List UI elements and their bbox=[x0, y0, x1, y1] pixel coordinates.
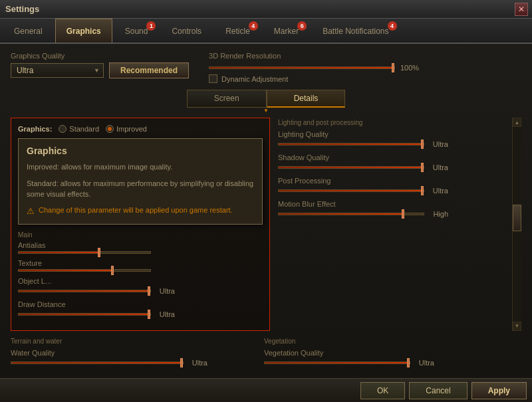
lighting-quality-label: Lighting Quality bbox=[278, 130, 509, 138]
dynamic-adj-row: Dynamic Adjustment bbox=[209, 74, 521, 83]
content-area: Graphics Quality Ultra Recommended 3D Re… bbox=[0, 44, 532, 378]
left-panel: Graphics: Standard Improved Graphics Imp… bbox=[11, 118, 270, 331]
main-content: Graphics: Standard Improved Graphics Imp… bbox=[11, 118, 521, 331]
sound-badge: 1 bbox=[146, 21, 156, 31]
tab-reticle[interactable]: Reticle 4 bbox=[214, 19, 261, 43]
terrain-right: Vegetation Vegetation Quality Ultra bbox=[264, 338, 521, 367]
sub-tab-indicator: ▼ bbox=[11, 108, 521, 114]
object-lod-value: Ultra bbox=[155, 287, 175, 295]
vegetation-label: Vegetation bbox=[264, 338, 509, 345]
motion-blur-row: Motion Blur Effect High bbox=[278, 200, 509, 218]
tooltip-text1: Improved: allows for maximum image quali… bbox=[27, 161, 254, 173]
graphics-mode-label: Graphics: bbox=[18, 125, 52, 133]
dynamic-adj-label: Dynamic Adjustment bbox=[221, 75, 288, 83]
tooltip-warning: ⚠ Change of this parameter will be appli… bbox=[27, 205, 254, 217]
shadow-quality-slider[interactable] bbox=[278, 166, 424, 169]
shadow-quality-row: Shadow Quality Ultra bbox=[278, 153, 509, 171]
tooltip-title: Graphics bbox=[27, 146, 254, 156]
texture-label: Texture bbox=[18, 259, 263, 267]
terrain-left: Terrain and water Water Quality Ultra bbox=[11, 338, 256, 367]
warning-icon: ⚠ bbox=[27, 205, 35, 217]
scrollbar-thumb[interactable] bbox=[513, 205, 521, 231]
quality-label: Graphics Quality bbox=[11, 52, 189, 60]
close-button[interactable]: ✕ bbox=[515, 3, 528, 16]
object-lod-row: Object L... Ultra bbox=[18, 277, 263, 295]
antialias-slider[interactable] bbox=[18, 251, 151, 254]
render-slider-track[interactable] bbox=[209, 66, 395, 69]
scrollbar-down[interactable]: ▼ bbox=[513, 322, 521, 331]
quality-select[interactable]: Ultra bbox=[11, 63, 104, 78]
main-section-label: Main bbox=[18, 231, 263, 239]
antialias-label: Antialias bbox=[18, 241, 263, 249]
vegetation-quality-slider[interactable] bbox=[264, 361, 410, 364]
right-panel: Lighting and post processing Lighting Qu… bbox=[278, 118, 521, 331]
texture-row: Texture bbox=[18, 259, 263, 272]
water-quality-slider[interactable] bbox=[11, 361, 184, 364]
tab-marker[interactable]: Marker 6 bbox=[263, 19, 310, 43]
tab-graphics[interactable]: Graphics bbox=[55, 19, 112, 43]
motion-blur-label: Motion Blur Effect bbox=[278, 200, 509, 208]
bottom-bar: OK Cancel Apply bbox=[0, 378, 532, 402]
draw-distance-value: Ultra bbox=[155, 310, 175, 318]
tab-bar: General Graphics Sound 1 Controls Reticl… bbox=[0, 19, 532, 44]
water-quality-label: Water Quality bbox=[11, 349, 256, 357]
sub-tab-screen[interactable]: Screen bbox=[187, 90, 267, 108]
motion-blur-slider[interactable] bbox=[278, 213, 424, 215]
sub-tab-details[interactable]: Details bbox=[267, 90, 346, 108]
motion-blur-value: High bbox=[428, 210, 448, 218]
draw-distance-label: Draw Distance bbox=[18, 300, 263, 308]
shadow-quality-label: Shadow Quality bbox=[278, 153, 509, 161]
apply-button[interactable]: Apply bbox=[471, 382, 527, 399]
marker-badge: 6 bbox=[297, 21, 307, 31]
render-label: 3D Render Resolution bbox=[209, 52, 521, 60]
tab-sound[interactable]: Sound 1 bbox=[114, 19, 160, 43]
scrollbar-up[interactable]: ▲ bbox=[513, 118, 521, 127]
post-processing-slider[interactable] bbox=[278, 189, 424, 192]
ok-button[interactable]: OK bbox=[360, 382, 405, 399]
cancel-button[interactable]: Cancel bbox=[409, 382, 467, 399]
lighting-section-label: Lighting and post processing bbox=[278, 119, 509, 126]
tab-controls[interactable]: Controls bbox=[160, 19, 213, 43]
quality-select-wrapper[interactable]: Ultra bbox=[11, 63, 104, 78]
vegetation-quality-label: Vegetation Quality bbox=[264, 349, 509, 357]
object-lod-label: Object L... bbox=[18, 277, 263, 285]
dynamic-adj-checkbox[interactable] bbox=[209, 74, 217, 83]
tab-general[interactable]: General bbox=[3, 19, 54, 43]
water-quality-value: Ultra bbox=[188, 359, 207, 367]
mode-improved-radio[interactable] bbox=[106, 125, 114, 133]
mode-standard-option[interactable]: Standard bbox=[59, 125, 99, 133]
title-bar: Settings ✕ bbox=[0, 0, 532, 19]
draw-distance-slider[interactable] bbox=[18, 313, 151, 316]
scrollbar[interactable]: ▲ ▼ bbox=[512, 118, 521, 331]
terrain-water-label: Terrain and water bbox=[11, 338, 256, 345]
vegetation-quality-value: Ultra bbox=[414, 359, 434, 367]
graphics-mode-row: Graphics: Standard Improved bbox=[18, 125, 263, 133]
terrain-section: Terrain and water Water Quality Ultra Ve… bbox=[11, 338, 521, 367]
mode-standard-radio[interactable] bbox=[59, 125, 66, 133]
post-processing-label: Post Processing bbox=[278, 177, 509, 185]
reticle-badge: 4 bbox=[249, 21, 258, 31]
mode-improved-option[interactable]: Improved bbox=[106, 125, 147, 133]
render-value: 100% bbox=[399, 64, 419, 72]
post-processing-row: Post Processing Ultra bbox=[278, 177, 509, 195]
antialiasing-row: Antialias bbox=[18, 241, 263, 254]
texture-slider[interactable] bbox=[18, 269, 151, 272]
tooltip-box: Graphics Improved: allows for maximum im… bbox=[18, 138, 263, 225]
recommended-button[interactable]: Recommended bbox=[109, 62, 189, 78]
render-slider-container: 100% bbox=[209, 64, 521, 72]
lighting-quality-value: Ultra bbox=[428, 140, 448, 148]
lighting-quality-slider[interactable] bbox=[278, 143, 424, 146]
battle-notifications-badge: 4 bbox=[388, 21, 397, 31]
draw-distance-row: Draw Distance Ultra bbox=[18, 300, 263, 318]
object-lod-slider[interactable] bbox=[18, 290, 151, 292]
tab-battle-notifications[interactable]: Battle Notifications 4 bbox=[311, 19, 400, 43]
post-processing-value: Ultra bbox=[428, 187, 448, 195]
shadow-quality-value: Ultra bbox=[428, 163, 448, 171]
window-title: Settings bbox=[5, 4, 39, 14]
sub-tabs: Screen Details bbox=[11, 90, 521, 108]
tooltip-text2: Standard: allows for maximum performance… bbox=[27, 178, 254, 200]
lighting-quality-row: Lighting Quality Ultra bbox=[278, 130, 509, 148]
